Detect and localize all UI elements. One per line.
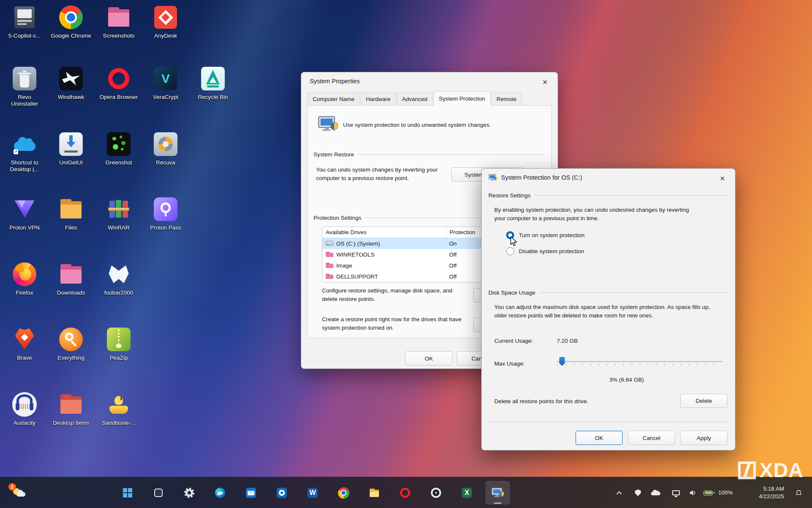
desktop-icon-proton-vpn[interactable]: Proton VPN: [3, 196, 46, 231]
desktop-icon-google-chrome[interactable]: Google Chrome: [49, 4, 93, 39]
everything-icon: [58, 326, 84, 352]
tab-remote[interactable]: Remote: [491, 92, 522, 105]
drive-name: OS (C:) (System): [336, 240, 380, 247]
taskbar-word-button[interactable]: W: [300, 481, 325, 505]
task-view-icon: [152, 486, 165, 499]
desktop-icon-revo-uninstaller[interactable]: Revo Uninstaller: [3, 66, 46, 107]
system-properties-icon: [491, 486, 504, 499]
tab-advanced[interactable]: Advanced: [397, 92, 433, 105]
drive-name: WINRETOOLS: [336, 251, 375, 258]
desktop-icon-label: Firefox: [16, 290, 33, 296]
desktop-icon-unigetui[interactable]: UniGetUI: [49, 131, 93, 166]
desktop-icon-opera-browser[interactable]: Opera Browser: [97, 66, 141, 101]
desktop-icon-downloads[interactable]: Downloads: [49, 261, 93, 296]
proton-vpn-icon: [11, 196, 38, 222]
tray-battery-icon[interactable]: [700, 477, 716, 508]
slider-ticks: [558, 364, 722, 366]
excel-icon: X: [460, 486, 473, 499]
recuva-icon: [153, 131, 179, 157]
folder-red-icon: [58, 391, 84, 418]
tray-chevron-up-icon[interactable]: [611, 477, 627, 508]
radio-button[interactable]: [506, 247, 514, 255]
media-app-icon: [430, 486, 442, 499]
desktop-icon-label: VeraCrypt: [153, 94, 178, 101]
battery-percent: 100%: [718, 489, 733, 496]
cancel-button[interactable]: Cancel: [628, 431, 675, 445]
desktop-icon-foobar2000[interactable]: foobar2000: [97, 261, 141, 296]
sandboxie-icon: [106, 391, 132, 418]
radio-disable-system-protection[interactable]: Disable system protection: [506, 247, 584, 255]
taskbar-excel-button[interactable]: X: [455, 481, 479, 505]
desktop-icon-windhawk[interactable]: Windhawk: [49, 66, 93, 101]
desktop-icon-recuva[interactable]: Recuva: [144, 131, 188, 166]
desktop-icon-firefox[interactable]: Firefox: [3, 261, 46, 296]
tab-computer-name[interactable]: Computer Name: [307, 92, 360, 105]
clock-time: 5:18 AM: [759, 485, 784, 493]
desktop-icon-desktop-items[interactable]: Desktop Items: [49, 391, 93, 426]
taskbar-task-view-button[interactable]: [146, 481, 171, 505]
taskbar-settings-button[interactable]: [177, 481, 202, 505]
tray-security-shield-icon[interactable]: [630, 477, 646, 508]
firefox-icon: [11, 261, 38, 287]
group-label: Restore Settings: [488, 192, 531, 199]
tray-display-icon[interactable]: [668, 477, 684, 508]
desktop-icon-files[interactable]: Files: [49, 196, 93, 231]
close-icon[interactable]: ×: [537, 76, 553, 88]
radio-turn-on-system-protection[interactable]: Turn on system protection: [506, 231, 585, 239]
group-label: Disk Space Usage: [488, 290, 535, 296]
taskbar-file-explorer-button[interactable]: [362, 481, 387, 505]
desktop-icon-proton-pass[interactable]: Proton Pass: [144, 196, 188, 231]
taskbar: 2 WX 100% 5:18 AM 4/22/2025: [0, 477, 812, 508]
tab-system-protection[interactable]: System Protection: [433, 91, 491, 105]
desktop-icon-audacity[interactable]: Audacity: [3, 391, 46, 426]
desktop-icon-screenshots[interactable]: Screenshots: [97, 4, 141, 39]
close-icon[interactable]: ×: [715, 172, 730, 185]
desktop-icon-label: WinRAR: [108, 224, 130, 231]
taskbar-start-button[interactable]: [115, 481, 140, 505]
tray-volume-icon[interactable]: [685, 477, 700, 508]
radio-button[interactable]: [506, 231, 514, 239]
taskbar-chrome-button[interactable]: [331, 481, 356, 505]
desktop-icon-winrar[interactable]: WinRAR: [97, 196, 141, 231]
system-restore-group: System Restore: [313, 151, 545, 158]
ok-button[interactable]: OK: [405, 351, 452, 366]
taskbar-mail-button[interactable]: [239, 481, 263, 505]
delete-button[interactable]: Delete: [680, 394, 728, 408]
disk-space-description: You can adjust the maximum disk space us…: [494, 303, 720, 320]
drive-name: Image: [336, 262, 352, 269]
system-properties-titlebar[interactable]: System Properties ×: [301, 72, 558, 91]
taskbar-clock[interactable]: 5:18 AM 4/22/2025: [759, 485, 784, 500]
notification-bell-icon[interactable]: [791, 477, 806, 508]
footer-divider: [488, 421, 728, 422]
tray-onedrive-cloud-icon[interactable]: [648, 477, 663, 508]
max-usage-slider[interactable]: [557, 357, 722, 368]
desktop-icon-greenshot[interactable]: Greenshot: [97, 131, 141, 166]
dialog-title: System Protection for OS (C:): [501, 174, 582, 181]
desktop-icon-5-copilot-s[interactable]: 5-Copilot-s...: [3, 4, 46, 39]
desktop-icon-sandboxie[interactable]: Sandboxie-...: [97, 391, 141, 426]
taskbar-media-app-button[interactable]: [424, 481, 448, 505]
desktop-icon-everything[interactable]: Everything: [49, 326, 93, 361]
dialog-titlebar[interactable]: System Protection for OS (C:) ×: [482, 169, 735, 187]
folder-pink-icon: [58, 261, 84, 287]
taskbar-edge-button[interactable]: [208, 481, 232, 505]
widgets-badge: 2: [8, 483, 16, 491]
desktop-icon-label: Recycle Bin: [198, 94, 228, 101]
desktop-icon-recycle-bin[interactable]: Recycle Bin: [191, 66, 235, 101]
opera-icon: [106, 66, 132, 92]
widgets-button[interactable]: 2: [5, 481, 33, 505]
apply-button[interactable]: Apply: [680, 431, 728, 445]
taskbar-system-properties-button[interactable]: [485, 481, 510, 505]
desktop-icon-anydesk[interactable]: AnyDesk: [144, 4, 188, 39]
taskbar-outlook-button[interactable]: [270, 481, 294, 505]
ok-button[interactable]: OK: [575, 431, 623, 445]
slider-track[interactable]: [557, 361, 722, 362]
desktop-icon-brave[interactable]: Brave: [3, 326, 46, 361]
desktop-icon-veracrypt[interactable]: VVeraCrypt: [144, 66, 188, 101]
desktop-icon-peazip[interactable]: PeaZip: [97, 326, 141, 361]
desktop-icon-shortcut-to-desktop[interactable]: ↗Shortcut to Desktop (...: [3, 131, 46, 173]
tab-hardware[interactable]: Hardware: [360, 92, 396, 105]
current-usage-value: 7.20 GB: [557, 337, 578, 345]
current-usage-label: Current Usage:: [494, 337, 533, 345]
taskbar-opera-button[interactable]: [393, 481, 417, 505]
